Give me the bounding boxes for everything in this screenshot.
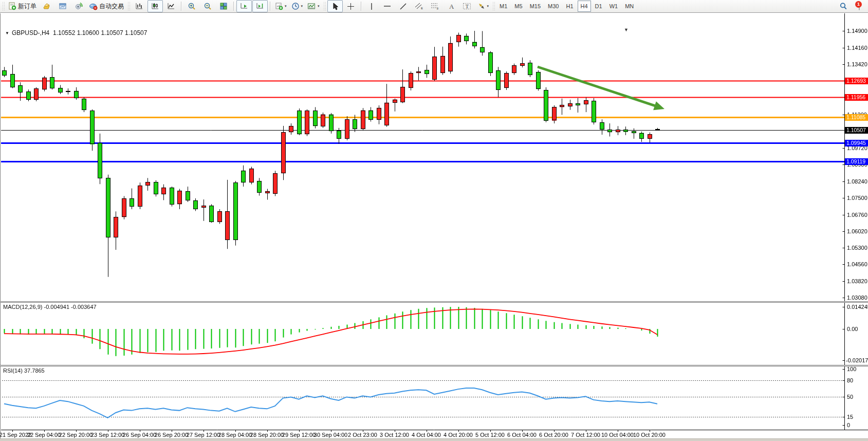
dropdown-arrow-icon: ▾	[301, 4, 303, 8]
arrows-button[interactable]: ▾	[475, 0, 491, 12]
time-axis-label: 28 Sep 04:00	[218, 432, 252, 438]
rsi-axis-label: 15	[847, 414, 853, 420]
status-strip	[0, 438, 868, 441]
macd-axis-label: 0.00	[847, 326, 858, 332]
time-axis-label: 3 Oct 12:00	[380, 432, 409, 438]
text-button[interactable]: A	[444, 0, 459, 12]
timeframe-button-M5[interactable]: M5	[511, 1, 525, 12]
line-chart-button[interactable]	[163, 0, 179, 12]
new-order-icon	[8, 2, 16, 10]
time-axis-label: 2 Oct 23:00	[348, 432, 377, 438]
tile-windows-icon	[219, 2, 228, 10]
svg-text:F: F	[437, 7, 439, 10]
vertical-line-button[interactable]	[364, 0, 379, 12]
tile-windows-button[interactable]	[216, 0, 231, 12]
auto-trading-button[interactable]: 自动交易	[87, 0, 126, 12]
price-axis-label: 1.13420	[847, 61, 867, 67]
auto-scroll-button[interactable]	[236, 0, 252, 12]
notification-button[interactable]: 1	[852, 0, 867, 12]
horizontal-line-button[interactable]	[380, 0, 395, 12]
timeframe-button-M1[interactable]: M1	[496, 1, 510, 12]
new-order-button[interactable]: 新订单	[6, 0, 39, 12]
mt4-application: 新订单 自动交易	[0, 0, 868, 441]
notification-icon: 1	[859, 3, 860, 10]
toolbar-grip[interactable]	[323, 2, 326, 11]
text-icon: A	[448, 3, 455, 10]
time-axis-label: 6 Oct 20:00	[539, 432, 568, 438]
zoom-in-button[interactable]	[184, 0, 199, 12]
timeframe-button-H1[interactable]: H1	[563, 1, 576, 12]
toolbar-grip[interactable]	[492, 2, 495, 11]
macd-indicator-label: MACD(12,26,9) -0.004941 -0.003647	[3, 304, 97, 310]
time-axis-label: 4 Oct 20:00	[444, 432, 473, 438]
vertical-line-icon	[368, 3, 375, 10]
time-axis-label: 26 Sep 04:00	[123, 432, 156, 438]
toolbar-grip[interactable]	[2, 2, 5, 11]
price-axis-label: 1.03820	[847, 278, 867, 284]
bar-chart-icon	[135, 2, 143, 10]
period-clock-button[interactable]: ▾	[289, 0, 305, 12]
auto-scroll-icon	[240, 2, 248, 10]
trendline-button[interactable]	[396, 0, 411, 12]
symbol-dropdown-icon[interactable]: ▼	[5, 31, 9, 35]
fibonacci-button[interactable]: F	[428, 0, 443, 12]
zoom-out-button[interactable]	[200, 0, 215, 12]
time-axis-label: 10 Oct 20:00	[633, 432, 666, 438]
dropdown-arrow-icon: ▾	[318, 4, 320, 8]
crosshair-button[interactable]	[343, 0, 359, 12]
new-chart-button[interactable]: ▾	[273, 0, 289, 12]
zoom-out-icon	[204, 2, 212, 10]
auto-trading-label: 自动交易	[99, 2, 124, 11]
signal-button[interactable]	[71, 0, 86, 12]
price-axis-label: 1.07500	[847, 195, 867, 201]
macd-axis-label: 0.014245	[847, 304, 868, 310]
toolbar-separator	[181, 2, 182, 11]
chart-title: ▼GBPUSD-,H4 1.10552 1.10600 1.10507 1.10…	[5, 29, 147, 36]
toolbar-separator	[270, 2, 271, 11]
chart-shift-marker-icon[interactable]: ▼	[624, 27, 629, 32]
candlestick-chart-icon	[151, 2, 159, 10]
search-button[interactable]	[836, 0, 851, 12]
equidistant-channel-button[interactable]: E	[412, 0, 427, 12]
bar-chart-button[interactable]	[132, 0, 147, 12]
text-label-button[interactable]: T	[459, 0, 475, 12]
timeframe-button-D1[interactable]: D1	[592, 1, 605, 12]
cursor-button[interactable]	[327, 0, 343, 12]
price-axis-label: 1.05300	[847, 245, 867, 251]
timeframe-button-H4[interactable]: H4	[578, 1, 591, 12]
timeframe-button-M30[interactable]: M30	[545, 1, 562, 12]
panel-splitter[interactable]	[0, 301, 868, 303]
rsi-axis-label: 80	[847, 377, 853, 383]
new-order-label: 新订单	[18, 2, 36, 11]
svg-text:T: T	[466, 3, 469, 9]
chart-shift-button[interactable]	[252, 0, 268, 12]
toolbar-separator	[361, 2, 362, 11]
toolbar-grip[interactable]	[127, 2, 130, 11]
price-axis-label: 1.14160	[847, 45, 867, 51]
zoom-in-icon	[188, 2, 196, 10]
price-level-box: 1.12693	[845, 78, 868, 84]
auto-trading-icon	[89, 2, 98, 10]
price-axis-label: 1.06760	[847, 212, 867, 218]
timeframe-button-MN[interactable]: MN	[622, 1, 637, 12]
panel-splitter[interactable]	[0, 365, 868, 366]
text-label-icon: T	[463, 2, 471, 10]
price-chart-canvas[interactable]	[0, 13, 868, 441]
window-left-border	[0, 13, 1, 441]
chart-window-button[interactable]	[55, 0, 70, 12]
price-axis-label: 1.08240	[847, 178, 867, 185]
toolbar: 新订单 自动交易	[0, 0, 868, 13]
timeframe-button-W1[interactable]: W1	[606, 1, 621, 12]
chart-template-button[interactable]: ▾	[305, 0, 322, 12]
dropdown-arrow-icon: ▾	[285, 4, 287, 8]
timeframe-button-M15[interactable]: M15	[527, 1, 544, 12]
crosshair-icon	[347, 3, 355, 10]
rsi-axis-label: 100	[847, 366, 856, 372]
time-axis-label: 30 Sep 04:00	[314, 432, 347, 438]
price-level-box: 1.11085	[845, 114, 868, 121]
market-watch-button[interactable]	[39, 0, 54, 12]
time-axis-label: 27 Sep 12:00	[187, 432, 220, 438]
macd-axis-label: -0.020171	[846, 357, 868, 363]
candlestick-chart-button[interactable]	[147, 0, 163, 12]
time-axis-label: 22 Sep 20:00	[59, 432, 93, 438]
